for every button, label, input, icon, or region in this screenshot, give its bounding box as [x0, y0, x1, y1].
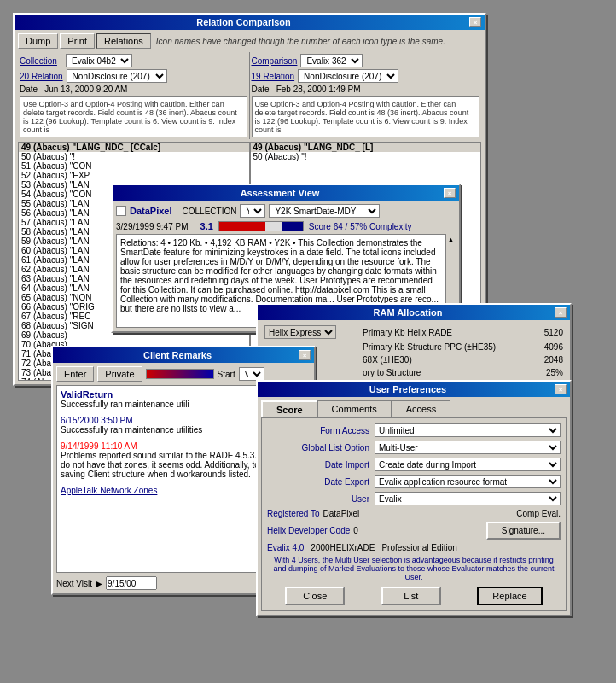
ram-close-btn[interactable]: × [555, 307, 567, 318]
private-button[interactable]: Private [97, 366, 142, 382]
pref-form-access: Form Access Unlimited [267, 423, 561, 437]
right-panel: Comparison Evalix 362 19 Relation NonDis… [250, 52, 482, 139]
pref-date-import: Date Import Create date during Import [267, 458, 561, 471]
ram-row-1: Helix Express Primary Kb Helix RADE 5120 [261, 324, 567, 341]
left-panel: Collection Evalix 04b2 20 Relation NonDi… [18, 52, 250, 139]
helix-dev-row: Helix Developer Code 0 Signature... [267, 522, 561, 540]
collection-label-left: Collection [20, 56, 62, 66]
ram-value-2: 4096 [534, 341, 567, 353]
close-button[interactable]: Close [285, 587, 345, 605]
relation-label-left[interactable]: 20 Relation [20, 72, 63, 81]
ram-allocation-titlebar: RAM Allocation × [258, 305, 570, 320]
registered-left: Registered To DataPixel [267, 509, 513, 518]
score-bar [218, 221, 304, 231]
user-preferences-title: User Preferences [261, 384, 555, 394]
remarks-close-btn[interactable]: × [299, 350, 311, 360]
assessment-view-titlebar: Assessment View × [113, 185, 459, 201]
enter-button[interactable]: Enter [56, 366, 94, 382]
comparison-panels: Collection Evalix 04b2 20 Relation NonDi… [18, 52, 481, 139]
score-bar-red [219, 222, 265, 231]
ram-value-3: 2048 [534, 353, 567, 366]
info-text-left: Use Option-3 and Option-4 Posting with c… [23, 100, 237, 134]
pref-info-text: With 4 Users, the Multi User selection i… [267, 556, 561, 581]
pref-body: Form Access Unlimited Global List Option… [261, 417, 567, 611]
collection-label-right: Comparison [252, 56, 298, 66]
helix-version-label: Evalix 4.0 [267, 543, 304, 552]
helix-express-select[interactable]: Helix Express [264, 325, 336, 339]
relation-comparison-title: Relation Comparison [18, 17, 469, 27]
info-box-left: Use Option-3 and Option-4 Posting with c… [20, 96, 247, 137]
collection-select-left[interactable]: Evalix 04b2 [66, 54, 132, 67]
score-bar-blue [282, 222, 303, 231]
list-item-52l: 52 (Abacus) "EXP [19, 171, 249, 180]
list-header-right: 49 (Abacus) "LANG_NDC_ [L] [251, 143, 481, 152]
collection-select-right[interactable]: Evalix 362 [300, 54, 363, 67]
pref-user: User Evalix [267, 492, 561, 505]
date-label-left: Date [20, 85, 38, 94]
assessment-datetime: 3/29/1999 9:47 PM [116, 222, 189, 231]
helix-version-row: Evalix 4.0 2000HELIXrADE Professional Ed… [267, 543, 561, 552]
start-label: Start [218, 370, 235, 379]
ram-value-4: 25% [534, 366, 567, 379]
date-export-select[interactable]: Evalix application resource format [375, 475, 561, 488]
date-import-label: Date Import [267, 460, 369, 470]
print-button[interactable]: Print [60, 33, 95, 49]
collection-key-label: COLLECTION [183, 207, 237, 216]
helix-dev-label: Helix Developer Code [267, 526, 350, 535]
next-visit-label: Next Visit [56, 579, 92, 588]
button-row: Close List Replace [267, 587, 561, 605]
list-button[interactable]: List [381, 587, 441, 605]
assessment-body-text: Relations: 4 • 120 Kb. • 4,192 KB RAM • … [120, 238, 439, 313]
user-preferences-window: User Preferences × Score Comments Access… [256, 380, 572, 616]
assessment-checkbox[interactable] [116, 206, 126, 216]
date-value-left: Jun 13, 2000 9:20 AM [44, 85, 127, 94]
tab-comments[interactable]: Comments [317, 400, 392, 417]
gradient-bar [146, 369, 214, 379]
assessment-close-btn[interactable]: × [444, 188, 456, 198]
relation-select-right[interactable]: NonDisclosure (207) [298, 69, 398, 83]
collection-y-select[interactable]: Y [240, 204, 265, 218]
date-import-select[interactable]: Create date during Import [375, 458, 561, 471]
tab-score[interactable]: Score [261, 400, 317, 417]
registered-row: Registered To DataPixel Comp Eval. [267, 509, 561, 518]
client-remarks-title: Client Remarks [56, 350, 299, 360]
helix-dev-value: 0 [353, 526, 358, 535]
tab-access[interactable]: Access [392, 400, 450, 417]
next-visit-input[interactable] [106, 576, 157, 590]
comp-eval-label: Comp Eval. [516, 509, 561, 518]
start-select[interactable]: V [239, 367, 264, 381]
user-preferences-titlebar: User Preferences × [258, 382, 570, 397]
toolbar-info: Icon names have changed though the numbe… [153, 37, 445, 46]
assessment-view-title: Assessment View [116, 188, 444, 198]
smartdate-select[interactable]: Y2K SmartDate-MDY [269, 204, 380, 218]
toolbar: Dump Print Relations Icon names have cha… [18, 33, 481, 49]
assessment-header: DataPixel COLLECTION Y Y2K SmartDate-MDY [116, 204, 456, 218]
professional-label: Professional Edition [381, 543, 456, 552]
close-btn[interactable]: × [469, 17, 481, 27]
list-header-left: 49 (Abacus) "LANG_NDC_ [CCalc] [19, 143, 249, 152]
scroll-up-arrow[interactable]: ▲ [447, 236, 455, 244]
dump-button[interactable]: Dump [18, 33, 58, 49]
score-row: 3/29/1999 9:47 PM 3.1 Score 64 / 57% Com… [116, 221, 456, 231]
relations-button[interactable]: Relations [96, 33, 151, 49]
date-label-right: Date [252, 85, 270, 94]
ram-label-2: Primary Kb Structure PPC (±HE35) [359, 341, 534, 353]
pref-global-list: Global List Option Multi-User [267, 441, 561, 454]
form-access-select[interactable]: Unlimited [375, 423, 561, 437]
ram-allocation-title: RAM Allocation [261, 307, 555, 318]
registered-to-label: Registered To [267, 509, 320, 518]
global-list-label: Global List Option [267, 443, 369, 452]
relation-comparison-titlebar: Relation Comparison × [15, 15, 485, 30]
registered-to-value: DataPixel [323, 509, 360, 518]
global-list-select[interactable]: Multi-User [375, 441, 561, 454]
user-select[interactable]: Evalix [375, 492, 561, 505]
replace-button[interactable]: Replace [477, 587, 542, 605]
relation-select-left[interactable]: NonDisclosure (207) [67, 69, 167, 83]
prefs-close-btn[interactable]: × [555, 384, 567, 394]
relation-label-right[interactable]: 19 Relation [252, 72, 295, 81]
helix-dev-left: Helix Developer Code 0 [267, 526, 483, 535]
client-remarks-titlebar: Client Remarks × [53, 347, 314, 363]
datapixel-label: DataPixel [130, 206, 172, 216]
signature-button[interactable]: Signature... [486, 522, 561, 540]
score-num: 3.1 [200, 221, 213, 231]
